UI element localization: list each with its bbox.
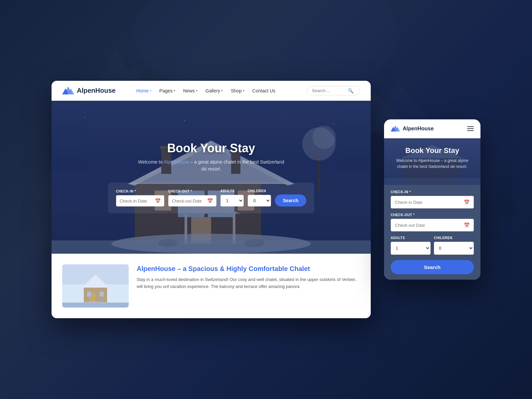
mobile-checkout-input-wrapper[interactable]: 📅 bbox=[391, 219, 474, 231]
mobile-checkin-input-wrapper[interactable]: 📅 bbox=[391, 196, 474, 208]
checkout-input-wrapper[interactable]: 📅 bbox=[168, 195, 216, 206]
mobile-hero-title: Book Your Stay bbox=[391, 146, 474, 155]
desktop-search-input[interactable] bbox=[312, 88, 345, 93]
mobile-calendar-icon: 📅 bbox=[464, 200, 469, 205]
chevron-icon: ▾ bbox=[243, 89, 244, 92]
checkin-input[interactable] bbox=[120, 199, 153, 203]
nav-item-contact[interactable]: Contact Us bbox=[249, 86, 279, 95]
hero-content: Book Your Stay Welcome to AlpenHouse – a… bbox=[138, 141, 284, 173]
mobile-calendar-icon-2: 📅 bbox=[464, 222, 469, 228]
mobile-checkin-group: CHECK-IN * 📅 bbox=[391, 190, 474, 208]
hamburger-menu[interactable] bbox=[467, 126, 474, 131]
mobile-adults-select[interactable]: 1 2 3 4 bbox=[391, 242, 431, 255]
children-select[interactable]: 0 1 2 3 bbox=[248, 195, 271, 206]
search-button[interactable]: Search bbox=[275, 195, 307, 206]
hamburger-line-3 bbox=[467, 130, 474, 131]
adults-label: ADULTS bbox=[220, 189, 244, 193]
mobile-brand-logo-icon bbox=[391, 125, 400, 133]
desktop-search-bar[interactable]: 🔍 bbox=[307, 86, 360, 95]
mobile-hero-subtitle: Welcome to AlpenHouse – a great alpine c… bbox=[391, 158, 474, 170]
brand-name: AlpenHouse bbox=[77, 87, 116, 94]
chevron-icon: ▾ bbox=[174, 89, 175, 92]
svg-rect-52 bbox=[100, 292, 104, 297]
brand-logo-icon bbox=[62, 86, 74, 96]
content-section: AlpenHouse – a Spacious & Highly Comfort… bbox=[52, 254, 371, 318]
mobile-adults-label: ADULTS bbox=[391, 236, 431, 240]
desktop-hero: Book Your Stay Welcome to AlpenHouse – a… bbox=[52, 101, 371, 254]
mobile-children-select[interactable]: 0 1 2 3 bbox=[434, 242, 474, 255]
mobile-children-group: CHILDREN 0 1 2 3 bbox=[434, 236, 474, 255]
checkout-label: CHECK-OUT * bbox=[168, 190, 216, 193]
mobile-checkout-label: CHECK-OUT * bbox=[391, 213, 474, 217]
mobile-hero: Book Your Stay Welcome to AlpenHouse – a… bbox=[384, 138, 480, 185]
checkin-label: CHECK-IN * bbox=[116, 190, 164, 193]
mobile-adults-group: ADULTS 1 2 3 4 bbox=[391, 236, 431, 255]
checkout-input[interactable] bbox=[172, 199, 205, 203]
mobile-checkout-input[interactable] bbox=[395, 223, 462, 228]
desktop-booking-form: CHECK-IN * 📅 CHECK-OUT * 📅 ADULTS bbox=[108, 183, 315, 213]
mobile-window: AlpenHouse Book Your Stay bbox=[384, 119, 480, 280]
adults-group: ADULTS 1 2 3 4 bbox=[220, 189, 244, 206]
mobile-children-label: CHILDREN bbox=[434, 236, 474, 240]
chevron-icon: ▾ bbox=[221, 89, 223, 92]
main-container: AlpenHouse Home ▾ Pages ▾ News ▾ Gallery… bbox=[0, 0, 532, 399]
desktop-navbar: AlpenHouse Home ▾ Pages ▾ News ▾ Gallery… bbox=[52, 81, 371, 101]
mobile-search-button[interactable]: Search bbox=[391, 260, 474, 274]
svg-rect-45 bbox=[52, 101, 371, 254]
content-title: AlpenHouse – a Spacious & Highly Comfort… bbox=[137, 264, 360, 273]
mobile-brand-name: AlpenHouse bbox=[403, 126, 434, 132]
chevron-icon: ▾ bbox=[150, 89, 151, 92]
children-label: CHILDREN bbox=[248, 189, 271, 193]
content-text: AlpenHouse – a Spacious & Highly Comfort… bbox=[137, 264, 360, 290]
hamburger-line-2 bbox=[467, 128, 474, 129]
svg-rect-54 bbox=[62, 303, 129, 308]
svg-rect-51 bbox=[87, 292, 91, 297]
mobile-navbar: AlpenHouse bbox=[384, 119, 480, 138]
chevron-icon: ▾ bbox=[196, 89, 198, 92]
content-image bbox=[62, 264, 129, 308]
search-icon[interactable]: 🔍 bbox=[348, 88, 353, 93]
calendar-icon: 📅 bbox=[155, 198, 161, 203]
mobile-checkout-group: CHECK-OUT * 📅 bbox=[391, 213, 474, 231]
checkout-group: CHECK-OUT * 📅 bbox=[168, 190, 216, 206]
nav-item-home[interactable]: Home ▾ bbox=[133, 86, 155, 95]
hamburger-line-1 bbox=[467, 126, 474, 127]
nav-item-pages[interactable]: Pages ▾ bbox=[156, 86, 179, 95]
nav-item-news[interactable]: News ▾ bbox=[180, 86, 201, 95]
mobile-booking-form: CHECK-IN * 📅 CHECK-OUT * 📅 ADULTS 1 bbox=[384, 185, 480, 280]
nav-item-shop[interactable]: Shop ▾ bbox=[227, 86, 248, 95]
desktop-window: AlpenHouse Home ▾ Pages ▾ News ▾ Gallery… bbox=[52, 81, 371, 318]
brand-logo-link[interactable]: AlpenHouse bbox=[62, 86, 116, 96]
hero-title: Book Your Stay bbox=[138, 141, 284, 155]
mobile-adults-children-row: ADULTS 1 2 3 4 CHILDREN 0 1 2 3 bbox=[391, 236, 474, 255]
mobile-hero-content: Book Your Stay Welcome to AlpenHouse – a… bbox=[391, 146, 474, 170]
hero-background-image bbox=[52, 101, 371, 254]
checkin-input-wrapper[interactable]: 📅 bbox=[116, 195, 164, 206]
calendar-icon: 📅 bbox=[207, 198, 213, 203]
checkin-group: CHECK-IN * 📅 bbox=[116, 190, 164, 206]
mobile-brand: AlpenHouse bbox=[391, 125, 434, 133]
nav-item-gallery[interactable]: Gallery ▾ bbox=[202, 86, 226, 95]
adults-select[interactable]: 1 2 3 4 bbox=[220, 195, 244, 206]
content-description: Stay in a much-loved destination in Swit… bbox=[137, 276, 360, 290]
mobile-checkin-input[interactable] bbox=[395, 200, 462, 205]
mobile-checkin-label: CHECK-IN * bbox=[391, 190, 474, 194]
children-group: CHILDREN 0 1 2 3 bbox=[248, 189, 271, 206]
nav-links: Home ▾ Pages ▾ News ▾ Gallery ▾ Shop ▾ bbox=[133, 86, 296, 95]
hero-subtitle: Welcome to AlpenHouse – a great alpine c… bbox=[138, 159, 284, 173]
